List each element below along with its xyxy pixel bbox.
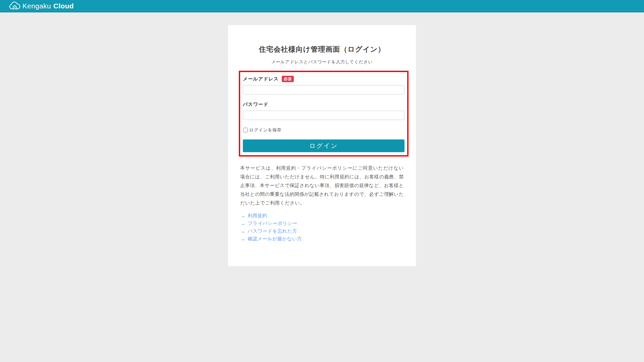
link-forgot-password[interactable]: パスワードを忘れた方 xyxy=(248,228,297,234)
email-label-text: メールアドレス xyxy=(243,76,279,82)
cloud-house-icon xyxy=(9,2,22,10)
footer-links: → 利用規約 → プライバシーポリシー → パスワードを忘れた方 → 確認メール… xyxy=(240,212,404,243)
login-button[interactable]: ログイン xyxy=(243,139,405,152)
page-title: 住宅会社様向け管理画面（ログイン） xyxy=(238,45,406,54)
email-label: メールアドレス 必須 xyxy=(243,76,405,82)
annotation-highlight-box: メールアドレス 必須 パスワード ログインを保存 ログイン xyxy=(239,71,409,157)
kengaku-cloud-logo: Kengaku Cloud xyxy=(9,2,74,10)
link-privacy-policy[interactable]: プライバシーポリシー xyxy=(248,221,298,227)
logo-text-cloud: Cloud xyxy=(53,2,74,9)
password-label: パスワード xyxy=(243,102,405,108)
login-subtitle: メールアドレスとパスワードを入力してください xyxy=(228,59,416,65)
link-row-privacy: → プライバシーポリシー xyxy=(240,220,404,227)
login-card: 住宅会社様向け管理画面（ログイン） メールアドレスとパスワードを入力してください… xyxy=(228,25,416,266)
password-field-group: パスワード xyxy=(243,102,405,120)
terms-notice: 本サービスは、利用規約・プライバシーポリシーにご同意いただけない場合には、ご利用… xyxy=(240,164,404,207)
required-badge: 必須 xyxy=(282,76,294,82)
logo-text-kengaku: Kengaku xyxy=(22,2,51,9)
arrow-right-icon: → xyxy=(240,221,246,226)
arrow-right-icon: → xyxy=(240,213,246,218)
password-label-text: パスワード xyxy=(243,102,268,108)
remember-label: ログインを保存 xyxy=(249,127,281,133)
link-row-terms: → 利用規約 xyxy=(240,212,404,220)
app-header: Kengaku Cloud xyxy=(0,0,644,12)
link-row-forgot-password: → パスワードを忘れた方 xyxy=(240,227,404,235)
remember-checkbox[interactable] xyxy=(243,128,248,132)
remember-login-row: ログインを保存 xyxy=(243,127,405,133)
link-terms[interactable]: 利用規約 xyxy=(248,213,267,219)
arrow-right-icon: → xyxy=(240,229,246,234)
email-field-group: メールアドレス 必須 xyxy=(243,76,405,95)
password-input[interactable] xyxy=(243,111,405,120)
arrow-right-icon: → xyxy=(240,236,246,241)
link-confirmation-email[interactable]: 確認メールが届かない方 xyxy=(248,236,302,242)
email-input[interactable] xyxy=(243,85,405,95)
link-row-confirmation-email: → 確認メールが届かない方 xyxy=(240,235,404,243)
